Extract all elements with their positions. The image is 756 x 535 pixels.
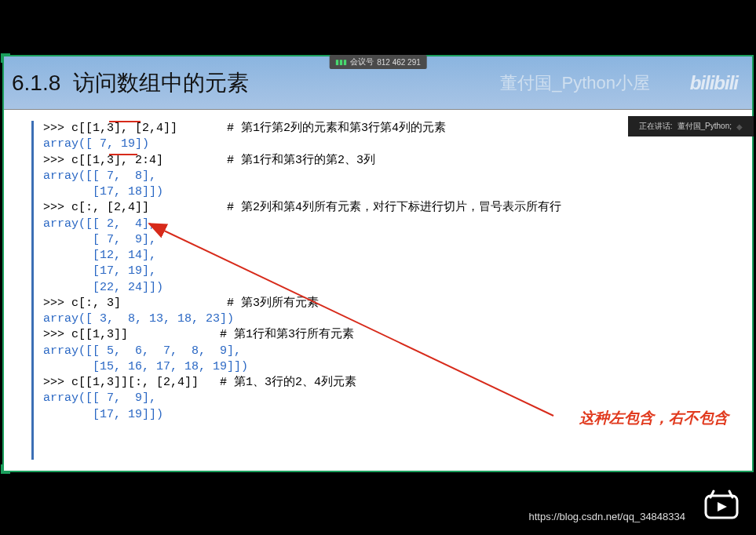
code-input-2: >>> c[[1,3], 2:4] — [43, 154, 163, 167]
bilibili-logo: bilibili — [690, 72, 738, 94]
speaker-status: 正在讲话: 董付国_Python; ◆ — [628, 116, 754, 136]
underline-2 — [109, 154, 137, 155]
section-heading: 访问数组中的元素 — [73, 71, 249, 95]
code-block: >>> c[[1,3], [2,4]] # 第1行第2列的元素和第3行第4列的元… — [43, 121, 736, 423]
code-output-1: array([ 7, 19]) — [43, 137, 149, 151]
meeting-badge: ▮▮▮ 会议号 812 462 291 — [329, 55, 427, 69]
annotation-text: 这种左包含，右不包含 — [579, 408, 729, 428]
play-icon[interactable] — [703, 488, 740, 529]
code-input-6: >>> c[[1,3]][:, [2,4]] — [43, 376, 199, 389]
meeting-label: 会议号 — [350, 56, 374, 67]
code-output-5: array([[ 5, 6, 7, 8, 9], [15, 16, 17, 18… — [43, 344, 248, 373]
code-input-5: >>> c[[1,3]] — [43, 328, 128, 341]
code-output-2: array([[ 7, 8], [17, 18]]) — [43, 169, 163, 198]
code-input-3: >>> c[:, [2,4]] — [43, 201, 149, 214]
code-comment-1: # 第1行第2列的元素和第3行第4列的元素 — [227, 122, 446, 135]
section-number: 6.1.8 — [12, 71, 60, 95]
svg-marker-5 — [718, 502, 727, 511]
code-comment-6: # 第1、3行的2、4列元素 — [220, 376, 356, 389]
slide-header: ▮▮▮ 会议号 812 462 291 6.1.8 访问数组中的元素 董付国_P… — [4, 56, 752, 110]
code-input-4: >>> c[:, 3] — [43, 297, 121, 310]
underline-1 — [109, 121, 141, 122]
code-comment-3: # 第2列和第4列所有元素，对行下标进行切片，冒号表示所有行 — [227, 201, 561, 214]
code-output-3: array([[ 2, 4], [ 7, 9], [12, 14], [17, … — [43, 217, 163, 294]
verified-icon: ◆ — [736, 122, 743, 131]
code-input-1: >>> c[[1,3], [2,4]] — [43, 122, 177, 135]
code-output-4: array([ 3, 8, 13, 18, 23]) — [43, 312, 234, 326]
code-content: >>> c[[1,3], [2,4]] # 第1行第2列的元素和第3行第4列的元… — [4, 110, 752, 471]
status-prefix: 正在讲话: — [639, 121, 673, 132]
meeting-number: 812 462 291 — [377, 58, 421, 67]
status-speaker: 董付国_Python; — [677, 121, 732, 132]
code-output-6: array([[ 7, 9], [17, 19]]) — [43, 391, 163, 420]
author-label: 董付国_Python小屋 — [500, 71, 650, 95]
code-comment-2: # 第1行和第3行的第2、3列 — [227, 154, 375, 167]
code-comment-5: # 第1行和第3行所有元素 — [220, 328, 354, 341]
section-title: 6.1.8 访问数组中的元素 — [12, 68, 249, 98]
signal-icon: ▮▮▮ — [335, 58, 347, 66]
watermark-url: https://blog.csdn.net/qq_34848334 — [529, 511, 686, 522]
code-comment-4: # 第3列所有元素 — [227, 297, 319, 310]
margin-line — [31, 121, 34, 460]
